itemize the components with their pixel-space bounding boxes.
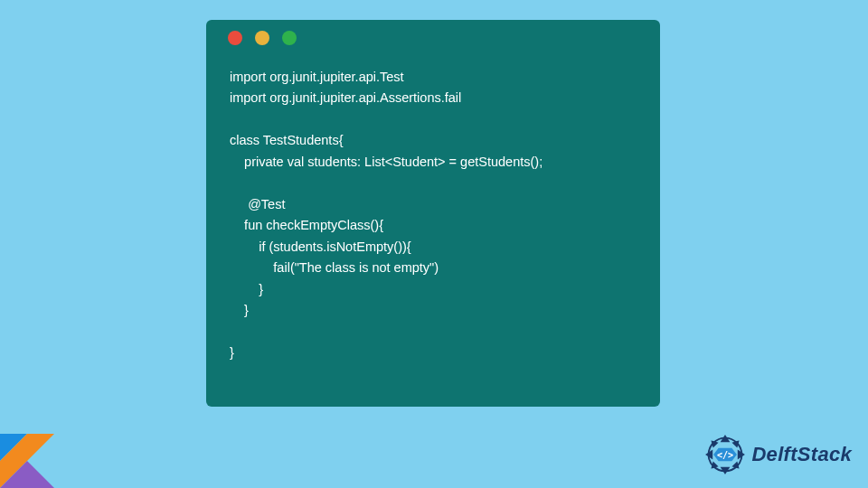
brand-name: DelftStack <box>751 443 852 466</box>
brand-logo-icon: </> <box>704 434 746 475</box>
minimize-icon <box>255 31 269 45</box>
brand: </> DelftStack <box>704 434 852 475</box>
close-icon <box>228 31 242 45</box>
code-window: import org.junit.jupiter.api.Test import… <box>206 20 660 407</box>
code-block: import org.junit.jupiter.api.Test import… <box>206 56 660 364</box>
maximize-icon <box>282 31 297 45</box>
svg-text:</>: </> <box>717 450 733 460</box>
kotlin-logo-icon <box>0 434 54 488</box>
window-titlebar <box>206 20 660 56</box>
